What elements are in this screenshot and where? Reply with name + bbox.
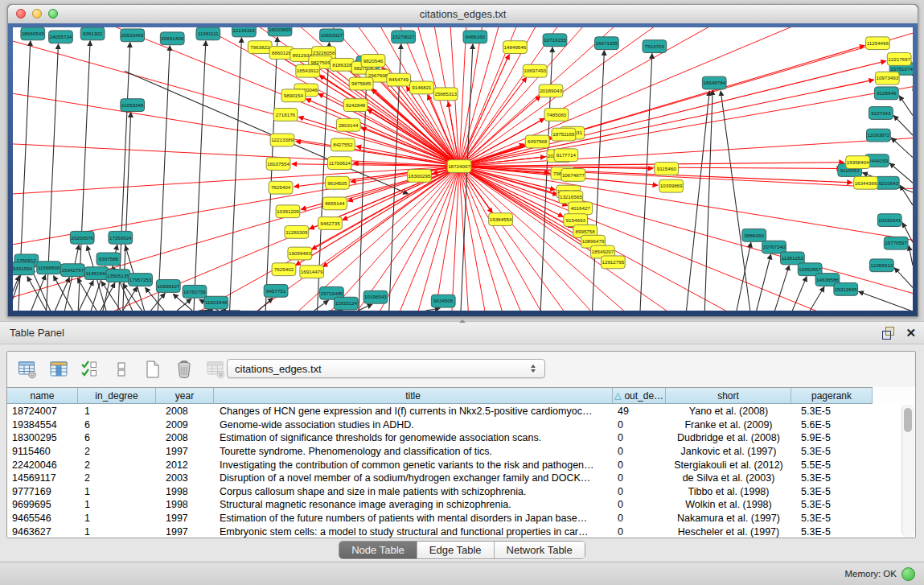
graph-node[interactable]: 18300295 xyxy=(408,169,432,182)
graph-node[interactable]: 11933124 xyxy=(334,297,358,310)
minimize-window-button[interactable] xyxy=(32,9,42,19)
show-column-icon[interactable] xyxy=(48,359,69,380)
scrollbar-thumb[interactable] xyxy=(904,408,912,432)
graph-node[interactable]: 14849546 xyxy=(503,41,528,54)
tab-network-table[interactable]: Network Table xyxy=(495,542,585,558)
graph-node[interactable]: 9361302 xyxy=(80,27,105,40)
graph-node[interactable]: 20533469 xyxy=(121,29,145,42)
graph-node[interactable]: 11823448 xyxy=(204,296,228,309)
graph-node[interactable]: 7516703 xyxy=(643,40,667,53)
graph-node[interactable]: 12213389 xyxy=(270,134,294,146)
graph-node[interactable]: 24055724 xyxy=(49,31,73,43)
network-canvas[interactable]: 1866054924055724936130220533469206914061… xyxy=(13,27,913,311)
graph-node[interactable]: 16344366 xyxy=(854,176,878,189)
graph-node[interactable]: 10719155 xyxy=(543,34,567,47)
graph-node[interactable]: 18751165 xyxy=(552,128,576,141)
column-header-short[interactable]: short xyxy=(666,388,791,403)
graph-node[interactable]: 18660549 xyxy=(21,27,45,40)
graph-node[interactable]: 11451944 xyxy=(84,267,109,280)
graph-node[interactable]: 16648784 xyxy=(702,76,726,89)
column-header-out_de[interactable]: △out_de… xyxy=(613,388,666,403)
column-header-pagerank[interactable]: pagerank xyxy=(791,388,873,403)
graph-node[interactable]: 10196543 xyxy=(363,290,388,303)
graph-node[interactable]: 15885313 xyxy=(433,88,458,101)
memory-status-indicator[interactable] xyxy=(901,567,915,581)
table-row[interactable]: 1938455462009Genome-wide association stu… xyxy=(7,418,903,432)
graph-node[interactable]: 9890154 xyxy=(281,89,306,102)
zoom-window-button[interactable] xyxy=(48,9,58,19)
table-selector-dropdown[interactable]: citations_edges.txt xyxy=(227,359,545,378)
graph-node[interactable]: 11254496 xyxy=(866,37,890,50)
graph-node[interactable]: 17359924 xyxy=(109,231,133,244)
graph-node[interactable]: 10674877 xyxy=(561,169,585,182)
table-row[interactable]: 911546021997Tourette syndrome. Phenomeno… xyxy=(7,445,903,459)
graph-node[interactable]: 10958107 xyxy=(156,280,180,293)
graph-node[interactable]: 7485083 xyxy=(544,109,569,122)
graph-node[interactable]: 10330341 xyxy=(877,214,901,227)
graph-node[interactable]: 8466160 xyxy=(463,31,487,43)
graph-node[interactable]: 16099483 xyxy=(288,247,312,260)
graph-node[interactable]: 16671355 xyxy=(595,37,619,50)
graph-node[interactable]: 12912795 xyxy=(601,256,625,269)
table-row[interactable]: 1456911722003Disruption of a novel membe… xyxy=(7,472,903,485)
column-header-name[interactable]: name xyxy=(7,388,78,403)
graph-node[interactable]: 9820546 xyxy=(361,55,385,68)
graph-node[interactable]: 9129946 xyxy=(874,87,898,100)
graph-node[interactable]: 8186328 xyxy=(330,58,354,71)
table-row[interactable]: 946554611997Estimation of the future num… xyxy=(7,512,903,525)
column-header-year[interactable]: year xyxy=(156,388,214,403)
graph-node[interactable]: 16210643 xyxy=(875,176,899,189)
graph-node[interactable]: 7625402 xyxy=(272,263,296,276)
float-panel-icon[interactable] xyxy=(882,327,894,339)
graph-node[interactable]: 9227343 xyxy=(869,107,893,120)
graph-node[interactable]: 2718176 xyxy=(273,109,298,122)
graph-node[interactable]: 16033809 xyxy=(268,27,292,36)
graph-node[interactable]: 18107554 xyxy=(266,158,290,171)
graph-node[interactable]: 21053346 xyxy=(121,99,145,112)
graph-node[interactable]: 10653327 xyxy=(320,29,344,42)
graph-node[interactable]: 7625404 xyxy=(269,181,293,194)
close-window-button[interactable] xyxy=(16,9,26,19)
close-panel-icon[interactable]: ✕ xyxy=(906,327,916,339)
graph-node[interactable]: 9634506 xyxy=(431,295,455,307)
table-row[interactable]: 977716911998Corpus callosum shape and si… xyxy=(7,485,903,499)
splitter-handle[interactable] xyxy=(459,319,466,323)
graph-node[interactable]: 7963822 xyxy=(248,41,272,54)
row-height-icon[interactable] xyxy=(111,359,132,380)
graph-node[interactable]: 11700624 xyxy=(328,157,352,170)
graph-node[interactable]: 11381111 xyxy=(196,27,220,40)
graph-node[interactable]: 2803144 xyxy=(336,118,360,131)
graph-node[interactable]: 16543912 xyxy=(296,64,320,77)
graph-node[interactable]: 8427552 xyxy=(331,138,355,151)
table-row[interactable]: 969969511998Structural magnetic resonanc… xyxy=(7,498,903,512)
graph-node[interactable]: 9397588 xyxy=(97,253,121,266)
graph-node[interactable]: 20189043 xyxy=(539,84,563,97)
graph-node[interactable]: 9457751 xyxy=(264,284,288,297)
graph-node[interactable]: 9462735 xyxy=(318,217,343,230)
graph-node[interactable]: 16776597 xyxy=(884,237,908,249)
graph-node[interactable]: 9886493 xyxy=(742,229,766,241)
graph-node[interactable]: 15278027 xyxy=(392,31,416,43)
graph-node[interactable]: 16782759 xyxy=(183,285,207,298)
table-scrollbar[interactable] xyxy=(901,405,914,537)
graph-node[interactable]: 9146821 xyxy=(410,81,434,94)
graph-node[interactable]: 9391594 xyxy=(13,262,35,275)
graph-node[interactable]: 12365612 xyxy=(869,259,893,272)
graph-node[interactable]: 17957253 xyxy=(129,274,153,286)
graph-node[interactable]: 18724007 xyxy=(447,160,471,173)
tab-node-table[interactable]: Node Table xyxy=(339,542,417,558)
graph-node[interactable]: 10399869 xyxy=(659,179,684,192)
graph-node[interactable]: 13505135 xyxy=(106,270,130,282)
graph-node[interactable]: 20206576 xyxy=(70,231,94,244)
graph-node[interactable]: 20691406 xyxy=(160,32,184,45)
select-columns-icon[interactable] xyxy=(80,359,101,380)
graph-node[interactable]: 15312845 xyxy=(834,282,858,295)
graph-node[interactable]: 15942757 xyxy=(60,264,84,277)
new-column-icon[interactable] xyxy=(142,359,163,380)
delete-column-icon[interactable] xyxy=(174,359,195,380)
network-window-titlebar[interactable]: citations_edges.txt xyxy=(8,5,918,24)
graph-node[interactable]: 10391209 xyxy=(276,205,300,218)
tab-edge-table[interactable]: Edge Table xyxy=(417,542,495,558)
table-row[interactable]: 1872400712008Changes of HCN gene express… xyxy=(7,405,903,418)
column-header-in_degree[interactable]: in_degree xyxy=(78,388,156,403)
